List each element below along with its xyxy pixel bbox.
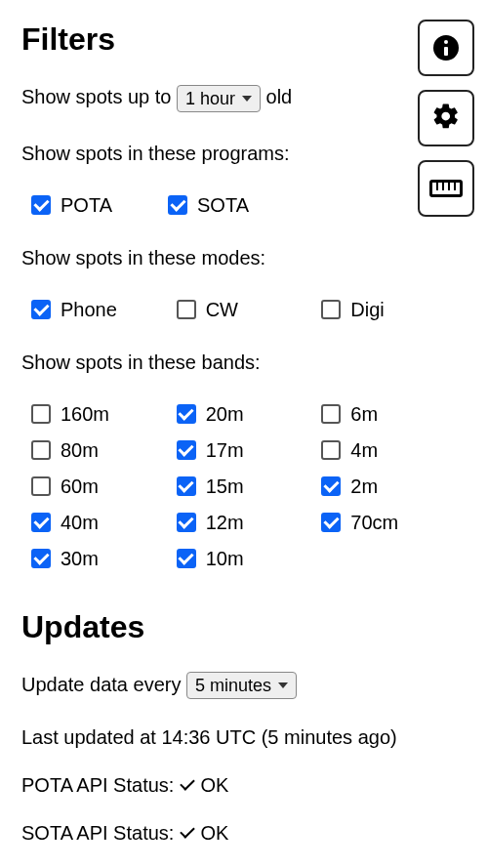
programs-row: POTASOTA	[21, 194, 467, 217]
checkbox-icon	[177, 404, 196, 424]
band-12m[interactable]: 12m	[177, 512, 322, 534]
band-15m[interactable]: 15m	[177, 475, 322, 498]
age-suffix: old	[266, 86, 293, 107]
mode-phone[interactable]: Phone	[31, 299, 177, 321]
band-label: 12m	[206, 512, 244, 534]
checkbox-icon	[31, 404, 51, 424]
band-label: 30m	[61, 548, 99, 570]
updates-heading: Updates	[21, 609, 467, 645]
band-label: 2m	[350, 475, 378, 498]
band-label: 17m	[206, 439, 244, 462]
band-label: 20m	[206, 403, 244, 426]
band-6m[interactable]: 6m	[321, 403, 467, 426]
bands-label: Show spots in these bands:	[21, 349, 467, 376]
age-filter-row: Show spots up to 1 hour old	[21, 83, 467, 112]
check-icon	[180, 776, 195, 792]
band-2m[interactable]: 2m	[321, 475, 467, 498]
checkbox-icon	[168, 195, 187, 215]
interval-row: Update data every 5 minutes	[21, 671, 467, 700]
checkbox-icon	[177, 549, 196, 568]
band-label: 80m	[61, 439, 99, 462]
band-70cm[interactable]: 70cm	[321, 512, 467, 534]
checkbox-icon	[321, 404, 341, 424]
programs-label: Show spots in these programs:	[21, 140, 467, 167]
band-label: 70cm	[350, 512, 398, 534]
mode-label: Phone	[61, 299, 117, 321]
pota-status: POTA API Status: OK	[21, 774, 467, 797]
ruler-button[interactable]	[418, 160, 474, 217]
checkbox-icon	[31, 549, 51, 568]
band-label: 160m	[61, 403, 109, 426]
settings-button[interactable]	[418, 90, 474, 146]
check-icon	[180, 824, 195, 840]
checkbox-icon	[31, 440, 51, 460]
band-30m[interactable]: 30m	[31, 548, 177, 570]
band-20m[interactable]: 20m	[177, 403, 322, 426]
age-prefix: Show spots up to	[21, 86, 177, 107]
checkbox-icon	[177, 300, 196, 319]
band-label: 4m	[350, 439, 378, 462]
info-icon	[433, 35, 459, 61]
band-40m[interactable]: 40m	[31, 512, 177, 534]
program-pota[interactable]: POTA	[31, 194, 168, 217]
gear-icon	[431, 102, 461, 136]
checkbox-icon	[177, 440, 196, 460]
ruler-icon	[429, 180, 463, 197]
band-160m[interactable]: 160m	[31, 403, 177, 426]
band-label: 40m	[61, 512, 99, 534]
interval-prefix: Update data every	[21, 674, 186, 695]
age-select[interactable]: 1 hour	[177, 85, 261, 112]
sota-status: SOTA API Status: OK	[21, 822, 467, 845]
band-80m[interactable]: 80m	[31, 439, 177, 462]
modes-row: PhoneCWDigi	[21, 299, 467, 321]
bands-grid: 160m20m6m80m17m4m60m15m2m40m12m70cm30m10…	[21, 403, 467, 570]
mode-cw[interactable]: CW	[177, 299, 322, 321]
right-toolbar	[418, 20, 474, 217]
checkbox-icon	[31, 300, 51, 319]
band-label: 10m	[206, 548, 244, 570]
checkbox-icon	[177, 513, 196, 532]
mode-label: Digi	[350, 299, 384, 321]
modes-label: Show spots in these modes:	[21, 244, 467, 271]
band-label: 15m	[206, 475, 244, 498]
info-button[interactable]	[418, 20, 474, 76]
program-label: SOTA	[197, 194, 249, 217]
checkbox-icon	[321, 440, 341, 460]
mode-label: CW	[206, 299, 238, 321]
checkbox-icon	[321, 476, 341, 496]
band-60m[interactable]: 60m	[31, 475, 177, 498]
checkbox-icon	[321, 300, 341, 319]
interval-select[interactable]: 5 minutes	[186, 672, 297, 699]
program-label: POTA	[61, 194, 112, 217]
band-10m[interactable]: 10m	[177, 548, 322, 570]
checkbox-icon	[321, 513, 341, 532]
band-label: 6m	[350, 403, 378, 426]
last-updated: Last updated at 14:36 UTC (5 minutes ago…	[21, 726, 467, 749]
checkbox-icon	[31, 476, 51, 496]
mode-digi[interactable]: Digi	[321, 299, 467, 321]
band-17m[interactable]: 17m	[177, 439, 322, 462]
filters-heading: Filters	[21, 21, 467, 58]
checkbox-icon	[31, 195, 51, 215]
band-4m[interactable]: 4m	[321, 439, 467, 462]
checkbox-icon	[177, 476, 196, 496]
checkbox-icon	[31, 513, 51, 532]
band-label: 60m	[61, 475, 99, 498]
